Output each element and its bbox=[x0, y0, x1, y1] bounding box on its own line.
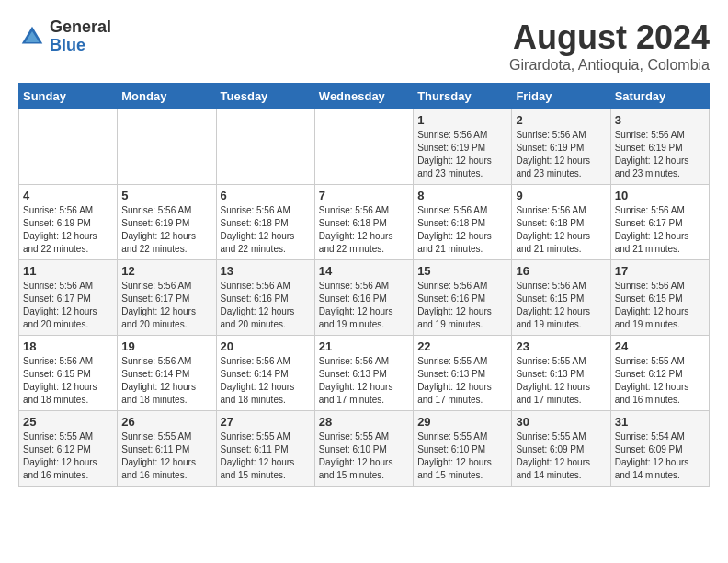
day-info: Sunrise: 5:56 AMSunset: 6:17 PMDaylight:… bbox=[121, 280, 211, 331]
calendar-cell: 20Sunrise: 5:56 AMSunset: 6:14 PMDayligh… bbox=[216, 336, 314, 411]
day-info: Sunrise: 5:56 AMSunset: 6:19 PMDaylight:… bbox=[516, 129, 606, 180]
day-info: Sunrise: 5:55 AMSunset: 6:12 PMDaylight:… bbox=[615, 355, 705, 407]
page-header: General Blue August 2024 Girardota, Anti… bbox=[18, 18, 710, 74]
day-info: Sunrise: 5:56 AMSunset: 6:15 PMDaylight:… bbox=[615, 280, 705, 331]
calendar-cell: 21Sunrise: 5:56 AMSunset: 6:13 PMDayligh… bbox=[314, 336, 413, 411]
day-number: 26 bbox=[121, 415, 211, 429]
day-info: Sunrise: 5:56 AMSunset: 6:19 PMDaylight:… bbox=[121, 204, 211, 256]
day-info: Sunrise: 5:55 AMSunset: 6:12 PMDaylight:… bbox=[23, 431, 113, 482]
calendar-week-5: 25Sunrise: 5:55 AMSunset: 6:12 PMDayligh… bbox=[19, 411, 710, 487]
day-number: 31 bbox=[615, 415, 705, 429]
calendar-week-2: 4Sunrise: 5:56 AMSunset: 6:19 PMDaylight… bbox=[19, 185, 710, 260]
calendar-header-tuesday: Tuesday bbox=[216, 84, 314, 109]
day-info: Sunrise: 5:56 AMSunset: 6:17 PMDaylight:… bbox=[23, 280, 113, 331]
day-number: 11 bbox=[23, 264, 113, 278]
calendar-cell: 4Sunrise: 5:56 AMSunset: 6:19 PMDaylight… bbox=[19, 185, 118, 260]
day-info: Sunrise: 5:55 AMSunset: 6:11 PMDaylight:… bbox=[221, 431, 311, 482]
day-number: 30 bbox=[516, 415, 606, 429]
calendar-cell: 3Sunrise: 5:56 AMSunset: 6:19 PMDaylight… bbox=[610, 109, 709, 185]
calendar-header-wednesday: Wednesday bbox=[314, 84, 413, 109]
day-number: 5 bbox=[121, 189, 211, 202]
day-number: 12 bbox=[121, 264, 211, 278]
calendar-header-friday: Friday bbox=[512, 84, 610, 109]
calendar-cell: 9Sunrise: 5:56 AMSunset: 6:18 PMDaylight… bbox=[512, 185, 610, 260]
day-number: 13 bbox=[221, 264, 311, 278]
day-number: 1 bbox=[417, 113, 507, 127]
day-info: Sunrise: 5:56 AMSunset: 6:17 PMDaylight:… bbox=[615, 204, 705, 256]
day-info: Sunrise: 5:55 AMSunset: 6:09 PMDaylight:… bbox=[516, 431, 606, 482]
calendar-cell: 14Sunrise: 5:56 AMSunset: 6:16 PMDayligh… bbox=[314, 260, 413, 336]
calendar-cell: 22Sunrise: 5:55 AMSunset: 6:13 PMDayligh… bbox=[414, 336, 512, 411]
day-info: Sunrise: 5:55 AMSunset: 6:13 PMDaylight:… bbox=[516, 355, 606, 407]
day-number: 2 bbox=[516, 113, 606, 127]
calendar-cell: 24Sunrise: 5:55 AMSunset: 6:12 PMDayligh… bbox=[610, 336, 709, 411]
calendar-cell: 2Sunrise: 5:56 AMSunset: 6:19 PMDaylight… bbox=[512, 109, 610, 185]
calendar-header-saturday: Saturday bbox=[610, 84, 709, 109]
calendar-week-3: 11Sunrise: 5:56 AMSunset: 6:17 PMDayligh… bbox=[19, 260, 710, 336]
day-number: 8 bbox=[417, 189, 507, 202]
day-info: Sunrise: 5:56 AMSunset: 6:19 PMDaylight:… bbox=[615, 129, 705, 180]
calendar-table: SundayMondayTuesdayWednesdayThursdayFrid… bbox=[18, 83, 710, 487]
calendar-cell bbox=[118, 109, 216, 185]
calendar-cell: 1Sunrise: 5:56 AMSunset: 6:19 PMDaylight… bbox=[414, 109, 512, 185]
calendar-cell: 27Sunrise: 5:55 AMSunset: 6:11 PMDayligh… bbox=[216, 411, 314, 487]
day-number: 6 bbox=[221, 189, 311, 202]
calendar-cell: 5Sunrise: 5:56 AMSunset: 6:19 PMDaylight… bbox=[118, 185, 216, 260]
calendar-cell: 28Sunrise: 5:55 AMSunset: 6:10 PMDayligh… bbox=[314, 411, 413, 487]
calendar-cell: 16Sunrise: 5:56 AMSunset: 6:15 PMDayligh… bbox=[512, 260, 610, 336]
day-number: 15 bbox=[417, 264, 507, 278]
day-info: Sunrise: 5:56 AMSunset: 6:16 PMDaylight:… bbox=[221, 280, 311, 331]
day-number: 9 bbox=[516, 189, 606, 202]
day-number: 3 bbox=[615, 113, 705, 127]
calendar-cell: 6Sunrise: 5:56 AMSunset: 6:18 PMDaylight… bbox=[216, 185, 314, 260]
day-number: 23 bbox=[516, 339, 606, 353]
day-info: Sunrise: 5:56 AMSunset: 6:18 PMDaylight:… bbox=[221, 204, 311, 256]
calendar-cell bbox=[314, 109, 413, 185]
day-info: Sunrise: 5:56 AMSunset: 6:15 PMDaylight:… bbox=[516, 280, 606, 331]
calendar-cell: 10Sunrise: 5:56 AMSunset: 6:17 PMDayligh… bbox=[610, 185, 709, 260]
calendar-cell: 17Sunrise: 5:56 AMSunset: 6:15 PMDayligh… bbox=[610, 260, 709, 336]
day-info: Sunrise: 5:56 AMSunset: 6:16 PMDaylight:… bbox=[319, 280, 409, 331]
calendar-cell: 23Sunrise: 5:55 AMSunset: 6:13 PMDayligh… bbox=[512, 336, 610, 411]
calendar-header-sunday: Sunday bbox=[19, 84, 118, 109]
day-info: Sunrise: 5:55 AMSunset: 6:11 PMDaylight:… bbox=[121, 431, 211, 482]
calendar-week-4: 18Sunrise: 5:56 AMSunset: 6:15 PMDayligh… bbox=[19, 336, 710, 411]
day-info: Sunrise: 5:56 AMSunset: 6:18 PMDaylight:… bbox=[319, 204, 409, 256]
calendar-cell: 12Sunrise: 5:56 AMSunset: 6:17 PMDayligh… bbox=[118, 260, 216, 336]
calendar-cell: 30Sunrise: 5:55 AMSunset: 6:09 PMDayligh… bbox=[512, 411, 610, 487]
day-info: Sunrise: 5:56 AMSunset: 6:16 PMDaylight:… bbox=[417, 280, 507, 331]
logo: General Blue bbox=[18, 18, 111, 55]
calendar-header-row: SundayMondayTuesdayWednesdayThursdayFrid… bbox=[19, 84, 710, 109]
day-number: 16 bbox=[516, 264, 606, 278]
day-info: Sunrise: 5:55 AMSunset: 6:10 PMDaylight:… bbox=[417, 431, 507, 482]
calendar-cell: 18Sunrise: 5:56 AMSunset: 6:15 PMDayligh… bbox=[19, 336, 118, 411]
day-number: 25 bbox=[23, 415, 113, 429]
calendar-cell: 26Sunrise: 5:55 AMSunset: 6:11 PMDayligh… bbox=[118, 411, 216, 487]
calendar-cell: 25Sunrise: 5:55 AMSunset: 6:12 PMDayligh… bbox=[19, 411, 118, 487]
logo-general-text: General bbox=[50, 17, 111, 36]
calendar-cell bbox=[216, 109, 314, 185]
day-number: 7 bbox=[319, 189, 409, 202]
calendar-cell: 15Sunrise: 5:56 AMSunset: 6:16 PMDayligh… bbox=[414, 260, 512, 336]
day-number: 14 bbox=[319, 264, 409, 278]
day-info: Sunrise: 5:56 AMSunset: 6:15 PMDaylight:… bbox=[23, 355, 113, 407]
day-info: Sunrise: 5:56 AMSunset: 6:14 PMDaylight:… bbox=[121, 355, 211, 407]
day-number: 29 bbox=[417, 415, 507, 429]
day-number: 4 bbox=[23, 189, 113, 202]
calendar-cell: 7Sunrise: 5:56 AMSunset: 6:18 PMDaylight… bbox=[314, 185, 413, 260]
calendar-cell: 19Sunrise: 5:56 AMSunset: 6:14 PMDayligh… bbox=[118, 336, 216, 411]
calendar-cell: 29Sunrise: 5:55 AMSunset: 6:10 PMDayligh… bbox=[414, 411, 512, 487]
day-number: 20 bbox=[221, 339, 311, 353]
calendar-week-1: 1Sunrise: 5:56 AMSunset: 6:19 PMDaylight… bbox=[19, 109, 710, 185]
logo-blue-text: Blue bbox=[50, 36, 85, 54]
day-info: Sunrise: 5:56 AMSunset: 6:19 PMDaylight:… bbox=[23, 204, 113, 256]
day-info: Sunrise: 5:56 AMSunset: 6:13 PMDaylight:… bbox=[319, 355, 409, 407]
calendar-cell: 13Sunrise: 5:56 AMSunset: 6:16 PMDayligh… bbox=[216, 260, 314, 336]
day-info: Sunrise: 5:54 AMSunset: 6:09 PMDaylight:… bbox=[615, 431, 705, 482]
day-info: Sunrise: 5:56 AMSunset: 6:18 PMDaylight:… bbox=[516, 204, 606, 256]
day-info: Sunrise: 5:56 AMSunset: 6:19 PMDaylight:… bbox=[417, 129, 507, 180]
main-title: August 2024 bbox=[509, 18, 710, 57]
day-info: Sunrise: 5:56 AMSunset: 6:18 PMDaylight:… bbox=[417, 204, 507, 256]
day-number: 22 bbox=[417, 339, 507, 353]
day-info: Sunrise: 5:55 AMSunset: 6:10 PMDaylight:… bbox=[319, 431, 409, 482]
